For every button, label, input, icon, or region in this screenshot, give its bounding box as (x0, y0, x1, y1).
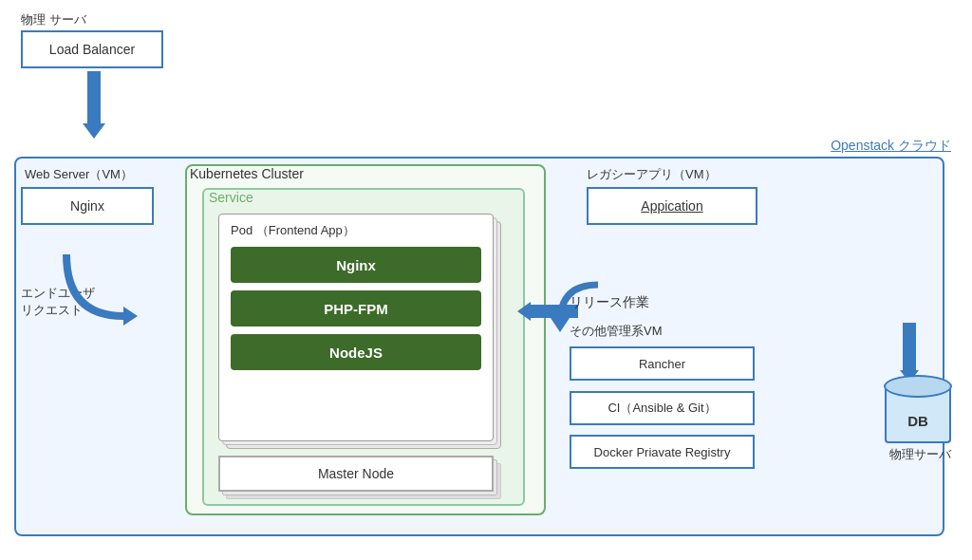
rancher-box: Rancher (570, 346, 755, 381)
svg-marker-1 (551, 318, 570, 332)
rancher-label: Rancher (639, 357, 685, 371)
ci-box: CI（Ansible & Git） (570, 391, 755, 425)
ci-label: CI（Ansible & Git） (608, 400, 716, 417)
master-node-box: Master Node (218, 456, 494, 492)
db-cylinder: DB (885, 375, 951, 451)
enduser-arrow (57, 245, 142, 330)
legacy-section: レガシーアプリ（VM） Appication (587, 166, 757, 225)
svg-marker-0 (123, 307, 138, 326)
phys-server-top-label: 物理 サーバ (21, 11, 86, 28)
webserver-vm-label: Web Server（VM） (21, 166, 173, 183)
arrow-to-db (900, 323, 919, 383)
release-label: リリース作業 (570, 294, 649, 311)
appication-box: Appication (587, 187, 757, 225)
nginx-webserver-box: Nginx (21, 187, 154, 225)
nginx-label: Nginx (70, 198, 104, 214)
openstack-label: Openstack クラウド (831, 138, 951, 155)
pod-label: Pod （Frontend App） (231, 222, 481, 239)
appication-label: Appication (641, 198, 702, 214)
docker-registry-label: Docker Priavate Registry (594, 445, 731, 459)
nodejs-pod-component: NodeJS (231, 334, 481, 370)
webserver-section: Web Server（VM） Nginx (21, 166, 173, 242)
nginx-pod-component: Nginx (231, 247, 481, 283)
docker-registry-box: Docker Priavate Registry (570, 435, 755, 469)
phpfpm-pod-component: PHP-FPM (231, 290, 481, 327)
phys-server-right-label: 物理サーバ (889, 446, 951, 463)
load-balancer-box: Load Balancer (21, 30, 163, 68)
master-node-label: Master Node (318, 466, 394, 481)
arrow-lb-to-webserver (83, 71, 105, 139)
pod-box: Pod （Frontend App） Nginx PHP-FPM NodeJS (218, 214, 494, 441)
k8s-cluster-label: Kubernetes Cluster (190, 166, 304, 181)
other-mgmt-label: その他管理系VM (570, 323, 663, 340)
load-balancer-label: Load Balancer (49, 42, 135, 57)
service-label: Service (209, 190, 253, 205)
db-label: DB (907, 413, 928, 429)
legacy-vm-label: レガシーアプリ（VM） (587, 166, 757, 183)
